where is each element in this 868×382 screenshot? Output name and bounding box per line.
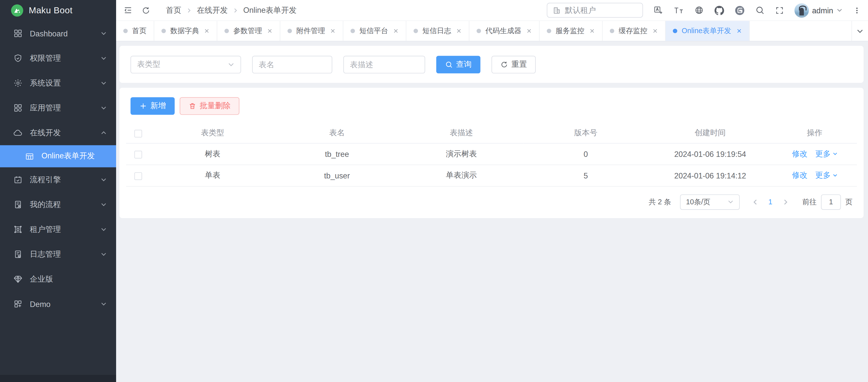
tab-dot [547, 29, 551, 33]
avatar[interactable] [794, 3, 809, 17]
chevron-down-icon [100, 80, 106, 86]
tab-dot [161, 29, 166, 33]
app-root: Maku Boot Dashboard 权限管理 系统设置 应用管理 [0, 0, 868, 382]
sidebar-item-workflow-engine[interactable]: 流程引擎 [0, 167, 116, 192]
next-page-icon[interactable] [782, 199, 789, 205]
more-dropdown[interactable]: 更多 [815, 149, 837, 159]
tab-attachments[interactable]: 附件管理 [280, 21, 343, 41]
sidebar-item-label: 日志管理 [30, 249, 93, 259]
sidebar-item-tenants[interactable]: 租户管理 [0, 217, 116, 242]
sidebar-item-dashboard[interactable]: Dashboard [0, 21, 116, 46]
sidebar-item-system-settings[interactable]: 系统设置 [0, 71, 116, 96]
trash-icon [188, 102, 196, 110]
close-icon[interactable] [456, 28, 462, 34]
sidebar-item-apps[interactable]: 应用管理 [0, 96, 116, 120]
reset-button[interactable]: 重置 [492, 56, 536, 73]
breadcrumb-separator-icon [186, 7, 192, 13]
batch-delete-button[interactable]: 批量删除 [180, 97, 240, 115]
username: admin [812, 6, 833, 14]
search-button[interactable]: 查询 [436, 56, 480, 73]
tab-online-form-dev[interactable]: Online表单开发 [666, 21, 749, 41]
row-checkbox[interactable] [134, 150, 142, 159]
close-icon[interactable] [267, 28, 273, 34]
sidebar-item-logs[interactable]: 日志管理 [0, 242, 116, 267]
apps-icon [13, 103, 23, 112]
close-icon[interactable] [330, 28, 336, 34]
column-header-name: 表名 [275, 123, 399, 143]
tab-data-dict[interactable]: 数据字典 [154, 21, 217, 41]
tab-label: 代码生成器 [486, 26, 522, 36]
translate-icon[interactable] [653, 5, 663, 15]
row-checkbox[interactable] [134, 172, 142, 180]
pagination: 共 2 条 10条/页 1 前往 页 [119, 186, 864, 210]
sidebar-item-online-form-dev[interactable]: Online表单开发 [0, 145, 116, 167]
cell-created: 2024-01-06 19:14:12 [648, 165, 772, 186]
fullscreen-icon[interactable] [775, 6, 784, 14]
table-type-select[interactable]: 表类型 [130, 56, 241, 73]
close-icon[interactable] [393, 28, 399, 34]
close-icon[interactable] [204, 28, 210, 34]
edit-link[interactable]: 修改 [792, 170, 808, 180]
tab-params[interactable]: 参数管理 [217, 21, 280, 41]
tab-home[interactable]: 首页 [116, 21, 154, 41]
font-size-icon[interactable] [673, 5, 684, 15]
select-all-checkbox[interactable] [134, 130, 142, 138]
tab-dot [673, 29, 677, 33]
sidebar-item-demo[interactable]: Demo [0, 292, 116, 316]
kebab-menu-icon[interactable] [853, 6, 861, 14]
tenant-select[interactable]: 默认租户 [547, 3, 643, 18]
cell-created: 2024-01-06 19:19:54 [648, 143, 772, 165]
cell-type: 树表 [150, 143, 275, 165]
tab-label: 首页 [132, 26, 147, 36]
edit-link[interactable]: 修改 [792, 149, 808, 159]
add-button[interactable]: 新增 [130, 97, 175, 115]
tab-dot [123, 29, 128, 33]
tabs-overflow-dropdown[interactable] [851, 21, 868, 41]
globe-icon[interactable] [694, 5, 704, 15]
table-desc-input[interactable] [343, 56, 425, 73]
tab-label: 附件管理 [296, 26, 325, 36]
tab-code-generator[interactable]: 代码生成器 [469, 21, 539, 41]
sidebar-fold-icon[interactable] [123, 5, 133, 15]
main-area: 首页 在线开发 Online表单开发 默认租户 [116, 0, 868, 382]
tab-label: Online表单开发 [682, 26, 731, 36]
close-icon[interactable] [526, 28, 532, 34]
sidebar-item-label: 权限管理 [30, 53, 93, 63]
tab-sms-log[interactable]: 短信日志 [406, 21, 469, 41]
search-icon[interactable] [755, 5, 765, 15]
page-number[interactable]: 1 [768, 198, 772, 206]
tab-dot [610, 29, 614, 33]
column-header-actions: 操作 [772, 123, 857, 143]
chevron-down-icon [100, 202, 106, 208]
goto-page-input[interactable] [821, 194, 841, 210]
breadcrumb-item-online-dev[interactable]: 在线开发 [197, 5, 228, 15]
tab-cache-monitor[interactable]: 缓存监控 [602, 21, 666, 41]
sidebar-item-enterprise[interactable]: 企业版 [0, 267, 116, 292]
breadcrumb-item-home[interactable]: 首页 [166, 5, 181, 15]
chevron-down-icon [100, 105, 106, 111]
more-dropdown[interactable]: 更多 [815, 170, 837, 180]
page-size-select[interactable]: 10条/页 [680, 194, 740, 210]
sidebar-menu: Dashboard 权限管理 系统设置 应用管理 在线开发 [0, 21, 116, 375]
tab-service-monitor[interactable]: 服务监控 [539, 21, 602, 41]
user-menu[interactable]: admin [794, 3, 843, 17]
prev-page-icon[interactable] [752, 199, 758, 205]
github-icon[interactable] [714, 5, 724, 15]
tab-sms-platform[interactable]: 短信平台 [343, 21, 406, 41]
close-icon[interactable] [652, 28, 658, 34]
gitee-icon[interactable] [735, 5, 745, 15]
sidebar-item-online-dev[interactable]: 在线开发 [0, 120, 116, 145]
table-name-input[interactable] [252, 56, 332, 73]
sidebar-item-my-workflow[interactable]: 我的流程 [0, 192, 116, 217]
cell-desc: 单表演示 [399, 165, 524, 186]
topbar-left: 首页 在线开发 Online表单开发 [123, 5, 297, 15]
chevron-down-icon [100, 251, 106, 257]
sidebar-item-permissions[interactable]: 权限管理 [0, 46, 116, 71]
close-icon[interactable] [736, 28, 742, 34]
refresh-icon[interactable] [142, 6, 150, 14]
logo-mountain-icon [11, 4, 23, 16]
sidebar-item-label: 应用管理 [30, 103, 93, 113]
close-icon[interactable] [589, 28, 595, 34]
tab-dot [350, 29, 355, 33]
sidebar-collapse-bar[interactable] [0, 375, 116, 382]
